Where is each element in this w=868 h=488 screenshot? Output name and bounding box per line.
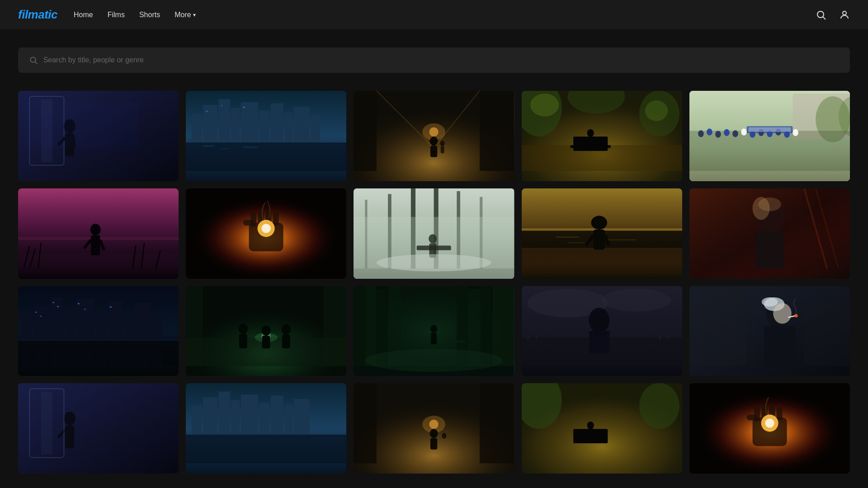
film-card[interactable] <box>522 383 682 474</box>
film-card[interactable] <box>689 383 850 474</box>
svg-rect-98 <box>243 220 254 225</box>
svg-point-67 <box>724 129 730 136</box>
svg-point-113 <box>377 254 491 271</box>
svg-point-198 <box>762 297 778 306</box>
svg-rect-166 <box>186 286 203 366</box>
svg-rect-223 <box>186 435 346 463</box>
nav-films[interactable]: Films <box>106 7 127 23</box>
film-card[interactable] <box>522 286 682 376</box>
svg-rect-220 <box>271 396 283 435</box>
svg-rect-37 <box>480 91 514 171</box>
film-card[interactable] <box>689 188 850 279</box>
svg-rect-221 <box>284 405 292 435</box>
svg-rect-28 <box>243 107 245 108</box>
svg-rect-32 <box>220 148 229 150</box>
film-grid <box>18 91 850 474</box>
svg-rect-246 <box>777 407 783 420</box>
svg-rect-152 <box>18 340 179 366</box>
nav-links: Home Films Shorts More <box>72 7 801 23</box>
svg-rect-145 <box>35 311 37 313</box>
search-container <box>18 47 850 73</box>
svg-line-1 <box>823 17 826 19</box>
svg-rect-97 <box>273 212 279 225</box>
film-card[interactable] <box>18 286 179 376</box>
svg-rect-231 <box>430 438 437 450</box>
user-icon[interactable] <box>839 9 850 20</box>
film-card[interactable] <box>522 188 682 279</box>
navbar-right <box>816 9 850 20</box>
svg-rect-19 <box>231 108 240 142</box>
svg-rect-130 <box>755 231 784 268</box>
film-card[interactable] <box>18 91 179 181</box>
film-card[interactable] <box>186 188 346 279</box>
svg-rect-208 <box>65 426 74 449</box>
svg-rect-177 <box>492 286 514 366</box>
svg-rect-150 <box>84 309 86 310</box>
svg-rect-36 <box>354 91 377 171</box>
svg-point-56 <box>530 94 559 117</box>
svg-rect-239 <box>587 430 593 438</box>
film-card[interactable] <box>18 383 179 474</box>
nav-shorts[interactable]: Shorts <box>137 7 162 23</box>
svg-point-162 <box>262 325 271 336</box>
svg-point-179 <box>365 349 503 372</box>
svg-rect-227 <box>480 383 514 463</box>
svg-rect-218 <box>241 394 258 435</box>
svg-rect-148 <box>57 306 59 307</box>
svg-point-238 <box>587 422 594 430</box>
svg-point-230 <box>430 429 438 438</box>
film-card[interactable] <box>186 286 346 376</box>
search-section <box>0 29 868 82</box>
film-card[interactable] <box>689 91 850 181</box>
svg-point-87 <box>90 224 101 235</box>
film-card[interactable] <box>689 286 850 376</box>
svg-point-69 <box>741 128 747 135</box>
svg-point-232 <box>442 433 447 439</box>
svg-rect-55 <box>587 137 593 145</box>
search-input[interactable] <box>43 56 839 64</box>
svg-point-64 <box>698 130 704 137</box>
film-card[interactable] <box>186 91 346 181</box>
svg-rect-33 <box>243 146 258 148</box>
svg-point-65 <box>707 128 712 135</box>
svg-point-164 <box>282 324 291 334</box>
search-icon[interactable] <box>816 9 826 20</box>
nav-home[interactable]: Home <box>72 7 95 23</box>
svg-rect-22 <box>271 103 283 142</box>
svg-point-57 <box>645 100 668 121</box>
svg-rect-215 <box>203 398 217 435</box>
svg-rect-17 <box>203 105 217 142</box>
svg-rect-77 <box>748 127 791 132</box>
svg-rect-119 <box>593 230 604 249</box>
svg-rect-163 <box>262 336 270 348</box>
svg-rect-18 <box>218 99 230 142</box>
svg-rect-149 <box>78 303 80 304</box>
svg-rect-219 <box>259 403 270 435</box>
svg-rect-211 <box>41 392 52 455</box>
film-card[interactable] <box>186 383 346 474</box>
svg-rect-147 <box>52 302 54 303</box>
svg-rect-165 <box>282 334 290 348</box>
brand-logo[interactable]: filmatic <box>18 8 57 22</box>
nav-more[interactable]: More <box>173 7 197 23</box>
svg-rect-181 <box>431 333 437 344</box>
svg-rect-214 <box>192 406 202 435</box>
film-card[interactable] <box>18 188 179 279</box>
film-card[interactable] <box>354 383 514 474</box>
film-card[interactable] <box>354 188 514 279</box>
film-card[interactable] <box>354 91 514 181</box>
svg-rect-43 <box>430 145 437 157</box>
svg-point-54 <box>587 129 594 137</box>
svg-point-68 <box>732 130 738 137</box>
film-card[interactable] <box>522 91 682 181</box>
svg-point-160 <box>239 324 248 334</box>
svg-rect-26 <box>206 111 208 112</box>
svg-rect-13 <box>24 102 139 148</box>
svg-point-236 <box>639 383 679 429</box>
film-card[interactable] <box>354 286 514 376</box>
search-input-icon <box>29 56 38 65</box>
svg-point-199 <box>773 303 792 324</box>
svg-rect-45 <box>441 146 444 153</box>
svg-point-3 <box>30 57 35 62</box>
svg-rect-161 <box>239 334 247 348</box>
